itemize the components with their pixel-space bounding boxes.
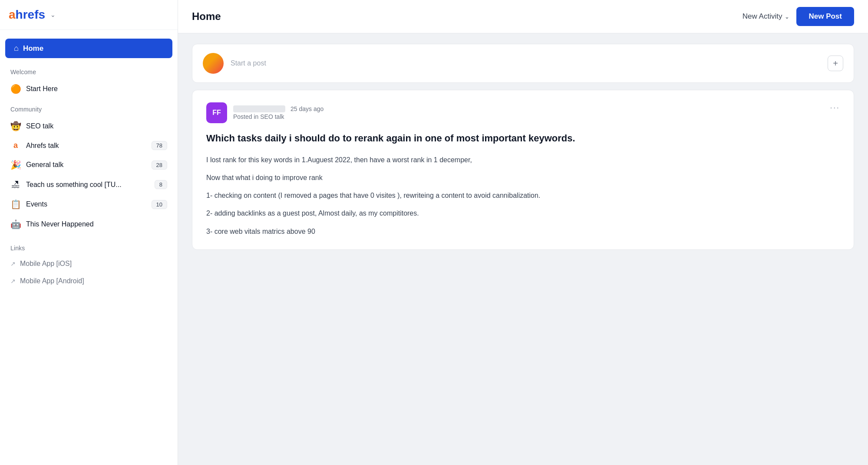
new-activity-label: New Activity bbox=[743, 12, 782, 21]
post-card: FF 25 days ago Posted in SEO talk ··· Wh… bbox=[192, 90, 854, 250]
sidebar-link-ios-label: Mobile App [iOS] bbox=[20, 260, 72, 268]
sidebar-item-start-here[interactable]: 🟠 Start Here bbox=[0, 79, 178, 99]
sidebar-link-android-label: Mobile App [Android] bbox=[20, 277, 84, 285]
events-icon: 📋 bbox=[10, 199, 21, 210]
sidebar-item-this-never-happened[interactable]: 🤖 This Never Happened bbox=[0, 214, 178, 234]
content-area: Start a post + FF 25 days ago Posted in … bbox=[178, 33, 868, 260]
sidebar-item-general-talk[interactable]: 🎉 General talk 28 bbox=[0, 155, 178, 175]
topbar: Home New Activity ⌄ New Post bbox=[178, 0, 868, 33]
topbar-right: New Activity ⌄ New Post bbox=[743, 7, 854, 26]
post-body: I lost rank for this key words in 1.Augu… bbox=[206, 154, 840, 237]
sidebar-item-teach-us[interactable]: 🏖 Teach us something cool [TU... 8 bbox=[0, 175, 178, 194]
main-content: Home New Activity ⌄ New Post Start a pos… bbox=[178, 0, 868, 465]
more-options-icon[interactable]: ··· bbox=[830, 102, 840, 112]
sidebar-header: ahrefs ⌄ bbox=[0, 0, 178, 30]
section-label-community: Community bbox=[0, 99, 178, 116]
sidebar-link-android[interactable]: ↗ Mobile App [Android] bbox=[0, 272, 178, 290]
sidebar-item-general-talk-label: General talk bbox=[26, 161, 146, 169]
post-title: Which tasks daily i should do to rerank … bbox=[206, 132, 840, 145]
post-time: 25 days ago bbox=[290, 105, 323, 112]
chevron-down-icon[interactable]: ⌄ bbox=[50, 11, 56, 18]
post-author: FF 25 days ago Posted in SEO talk bbox=[206, 102, 323, 123]
post-body-line-5: 3- core web vitals matrics above 90 bbox=[206, 226, 840, 237]
sidebar-item-ahrefs-talk[interactable]: a Ahrefs talk 78 bbox=[0, 136, 178, 155]
seo-talk-icon: 🤠 bbox=[10, 121, 21, 131]
composer-placeholder[interactable]: Start a post bbox=[231, 59, 821, 67]
sidebar-nav: ⌂ Home Welcome 🟠 Start Here Community 🤠 … bbox=[0, 30, 178, 295]
post-body-line-1: I lost rank for this key words in 1.Augu… bbox=[206, 154, 840, 166]
post-category: Posted in SEO talk bbox=[233, 113, 323, 120]
post-composer[interactable]: Start a post + bbox=[192, 44, 854, 83]
this-never-happened-icon: 🤖 bbox=[10, 219, 21, 229]
sidebar: ahrefs ⌄ ⌂ Home Welcome 🟠 Start Here Com… bbox=[0, 0, 178, 465]
new-post-button[interactable]: New Post bbox=[796, 7, 854, 26]
home-icon: ⌂ bbox=[14, 44, 19, 53]
author-name-blur bbox=[233, 105, 285, 112]
author-info: 25 days ago Posted in SEO talk bbox=[233, 105, 323, 120]
ahrefs-talk-icon: a bbox=[10, 141, 21, 150]
sidebar-item-home[interactable]: ⌂ Home bbox=[5, 39, 172, 58]
new-activity-button[interactable]: New Activity ⌄ bbox=[743, 12, 790, 21]
section-label-links: Links bbox=[0, 238, 178, 255]
sidebar-item-teach-us-label: Teach us something cool [TU... bbox=[26, 181, 149, 189]
post-header: FF 25 days ago Posted in SEO talk ··· bbox=[206, 102, 840, 123]
arrow-icon-ios: ↗ bbox=[10, 260, 16, 267]
sidebar-item-events-label: Events bbox=[26, 200, 146, 208]
general-talk-badge: 28 bbox=[152, 160, 167, 170]
post-body-line-2: Now that what i doing to improve rank bbox=[206, 172, 840, 183]
logo: ahrefs bbox=[9, 8, 45, 22]
sidebar-item-seo-talk-label: SEO talk bbox=[26, 122, 167, 130]
ahrefs-talk-badge: 78 bbox=[152, 141, 167, 150]
sidebar-item-this-never-happened-label: This Never Happened bbox=[26, 220, 167, 228]
arrow-icon-android: ↗ bbox=[10, 278, 16, 285]
sidebar-item-ahrefs-talk-label: Ahrefs talk bbox=[26, 142, 146, 150]
start-here-icon: 🟠 bbox=[10, 84, 21, 94]
sidebar-link-ios[interactable]: ↗ Mobile App [iOS] bbox=[0, 255, 178, 272]
section-label-welcome: Welcome bbox=[0, 62, 178, 79]
events-badge: 10 bbox=[152, 200, 167, 209]
add-icon[interactable]: + bbox=[828, 56, 843, 71]
post-body-line-3: 1- checking on content (I removed a page… bbox=[206, 190, 840, 201]
teach-us-icon: 🏖 bbox=[10, 180, 21, 190]
teach-us-badge: 8 bbox=[155, 180, 167, 189]
author-name-row: 25 days ago bbox=[233, 105, 323, 112]
user-avatar bbox=[203, 53, 224, 74]
author-avatar: FF bbox=[206, 102, 227, 123]
sidebar-home-label: Home bbox=[23, 44, 43, 53]
sidebar-item-events[interactable]: 📋 Events 10 bbox=[0, 194, 178, 214]
sidebar-item-start-here-label: Start Here bbox=[26, 85, 167, 93]
chevron-down-icon: ⌄ bbox=[785, 13, 789, 20]
general-talk-icon: 🎉 bbox=[10, 160, 21, 170]
sidebar-item-seo-talk[interactable]: 🤠 SEO talk bbox=[0, 116, 178, 136]
post-body-line-4: 2- adding backlinks as a guest post, Alm… bbox=[206, 207, 840, 219]
page-title: Home bbox=[192, 10, 221, 23]
